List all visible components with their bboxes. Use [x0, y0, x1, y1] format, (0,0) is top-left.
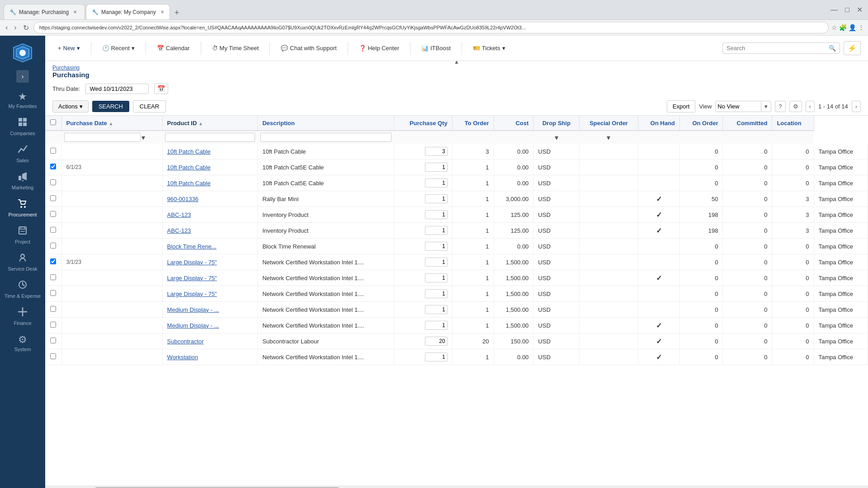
browser-tab-1[interactable]: 🔧 Manage: Purchasing ✕ [4, 4, 85, 19]
filter-purchase-date-input[interactable] [64, 133, 141, 142]
export-button[interactable]: Export [667, 100, 696, 113]
qty-input-0[interactable] [425, 147, 448, 156]
sidebar-item-project[interactable]: Project [2, 222, 43, 248]
sidebar-item-service-desk[interactable]: Service Desk [2, 249, 43, 275]
row-checkbox-0[interactable] [50, 148, 56, 154]
col-drop-ship[interactable]: Drop Ship [533, 116, 580, 131]
row-checkbox-10[interactable] [50, 306, 56, 312]
settings-button[interactable]: ⚙ [789, 101, 802, 112]
select-all-header[interactable] [45, 116, 61, 131]
qty-input-8[interactable] [425, 273, 448, 282]
minimize-button[interactable]: — [829, 5, 840, 15]
col-location[interactable]: Location [772, 116, 814, 131]
filter-drop-ship-dropdown[interactable]: ▾ [555, 134, 558, 141]
toolbar-collapse-chevron[interactable]: ▲ [454, 59, 459, 65]
col-special-order[interactable]: Special Order [580, 116, 638, 131]
col-description[interactable]: Description [258, 116, 394, 131]
tab-close-1[interactable]: ✕ [73, 9, 77, 14]
row-checkbox-13[interactable] [50, 353, 56, 359]
tab-close-2[interactable]: ✕ [160, 9, 164, 14]
qty-input-5[interactable] [425, 226, 448, 235]
row-checkbox-9[interactable] [50, 290, 56, 296]
qty-input-4[interactable] [425, 210, 448, 219]
sidebar-item-companies[interactable]: Companies [2, 113, 43, 140]
qty-input-10[interactable] [425, 305, 448, 314]
sidebar-collapse-button[interactable]: › [16, 70, 29, 83]
col-purchase-qty[interactable]: Purchase Qty [394, 116, 453, 131]
sidebar-item-finance[interactable]: Finance [2, 303, 43, 329]
product-id-link[interactable]: 10ft Patch Cable [167, 148, 211, 155]
sidebar-item-marketing[interactable]: Marketing [2, 168, 43, 194]
product-id-link[interactable]: Block Time Rene... [167, 243, 217, 250]
app-logo[interactable] [9, 39, 36, 66]
product-id-link[interactable]: Large Display - 75" [167, 259, 217, 266]
qty-input-1[interactable] [425, 163, 448, 172]
date-picker-button[interactable]: 📅 [154, 83, 168, 94]
product-id-link[interactable]: 10ft Patch Cable [167, 164, 211, 171]
row-checkbox-2[interactable] [50, 179, 56, 185]
maximize-button[interactable]: □ [843, 5, 851, 15]
chat-button[interactable]: 💬 Chat with Support [275, 42, 342, 54]
row-checkbox-12[interactable] [50, 338, 56, 343]
extensions-button[interactable]: 🧩 [839, 24, 847, 31]
new-tab-button[interactable]: + [171, 6, 183, 19]
select-all-checkbox[interactable] [50, 119, 56, 125]
row-checkbox-1[interactable] [50, 164, 56, 169]
reload-button[interactable]: ↻ [21, 23, 31, 33]
product-id-link[interactable]: ABC-123 [167, 227, 191, 234]
help-circle-button[interactable]: ? [775, 101, 785, 112]
sidebar-item-procurement[interactable]: Procurement [2, 195, 43, 221]
product-id-link[interactable]: Large Display - 75" [167, 291, 217, 297]
back-button[interactable]: ‹ [4, 23, 9, 33]
address-bar[interactable] [33, 22, 829, 33]
actions-button[interactable]: Actions ▾ [52, 100, 89, 113]
sidebar-item-time-expense[interactable]: Time & Expense [2, 276, 43, 302]
filter-special-order-dropdown[interactable]: ▾ [607, 134, 610, 141]
row-checkbox-8[interactable] [50, 274, 56, 280]
product-id-link[interactable]: Medium Display - ... [167, 306, 219, 313]
row-checkbox-3[interactable] [50, 195, 56, 201]
product-id-link[interactable]: 10ft Patch Cable [167, 180, 211, 187]
browser-tab-2[interactable]: 🔧 Manage: My Company ✕ [86, 4, 170, 19]
col-committed[interactable]: Committed [723, 116, 772, 131]
product-id-link[interactable]: ABC-123 [167, 211, 191, 218]
thru-date-input[interactable] [85, 84, 149, 94]
product-id-link[interactable]: Medium Display - ... [167, 322, 219, 329]
clear-button[interactable]: CLEAR [133, 100, 166, 113]
qty-input-9[interactable] [425, 289, 448, 298]
product-id-link[interactable]: Large Display - 75" [167, 275, 217, 282]
itboost-button[interactable]: 📊 ITBoost [416, 42, 456, 54]
forward-button[interactable]: › [12, 23, 18, 33]
sidebar-item-my-favorites[interactable]: ★ My Favorites [2, 87, 43, 113]
help-button[interactable]: ❓ Help Center [354, 42, 405, 54]
search-input[interactable] [726, 45, 827, 52]
qty-input-13[interactable] [425, 352, 448, 361]
row-checkbox-5[interactable] [50, 227, 56, 233]
profile-button[interactable]: 👤 [849, 24, 856, 31]
filter-button[interactable]: ⚡ [844, 41, 861, 55]
search-button[interactable]: SEARCH [92, 101, 129, 112]
timesheet-button[interactable]: ⏱ My Time Sheet [207, 42, 264, 54]
search-icon[interactable]: 🔍 [829, 45, 836, 52]
col-purchase-date[interactable]: Purchase Date ▲ [61, 116, 162, 131]
sidebar-item-sales[interactable]: Sales [2, 141, 43, 167]
tickets-button[interactable]: 🎫 Tickets ▾ [467, 42, 511, 54]
col-cost[interactable]: Cost [494, 116, 533, 131]
new-button[interactable]: + New ▾ [52, 42, 85, 54]
qty-input-2[interactable] [425, 178, 448, 188]
filter-description-input[interactable] [260, 133, 392, 142]
bookmark-button[interactable]: ☆ [831, 24, 837, 31]
qty-input-3[interactable] [425, 194, 448, 203]
sidebar-item-system[interactable]: ⚙ System [2, 330, 43, 356]
menu-button[interactable]: ⋮ [858, 24, 864, 31]
prev-page-button[interactable]: ‹ [806, 101, 815, 112]
col-on-hand[interactable]: On Hand [638, 116, 679, 131]
qty-input-6[interactable] [425, 242, 448, 251]
qty-input-11[interactable] [425, 321, 448, 330]
breadcrumb-parent[interactable]: Purchasing [52, 65, 80, 71]
qty-input-12[interactable] [425, 337, 448, 346]
row-checkbox-4[interactable] [50, 211, 56, 217]
calendar-button[interactable]: 📅 Calendar [151, 42, 195, 54]
col-product-id[interactable]: Product ID ▲ [162, 116, 258, 131]
close-button[interactable]: ✕ [855, 5, 864, 15]
